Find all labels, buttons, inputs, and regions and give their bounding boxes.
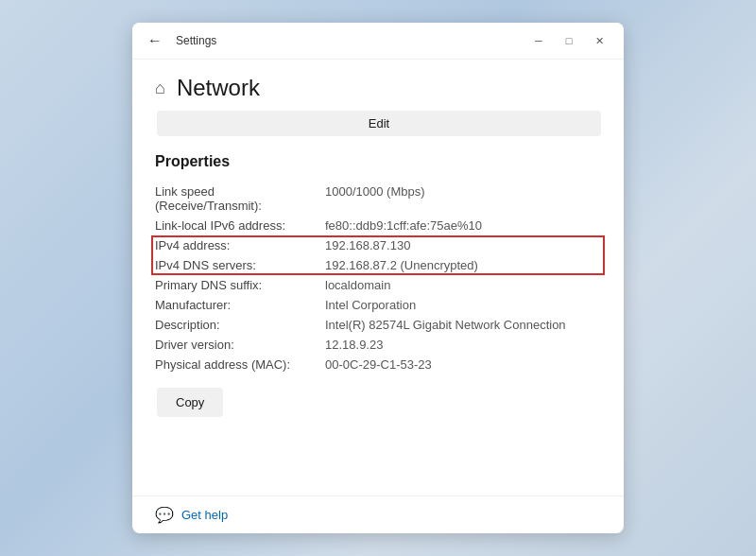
property-value: 192.168.87.130: [325, 235, 601, 255]
table-row: IPv4 address:192.168.87.130: [155, 235, 601, 255]
back-button[interactable]: ←: [144, 30, 166, 51]
property-label: Driver version:: [155, 335, 325, 355]
properties-table: Link speed (Receive/Transmit):1000/1000 …: [155, 182, 601, 374]
table-row: Link-local IPv6 address:fe80::ddb9:1cff:…: [155, 216, 601, 235]
property-label: Primary DNS suffix:: [155, 275, 325, 295]
copy-button[interactable]: Copy: [157, 388, 223, 417]
table-row: Physical address (MAC):00-0C-29-C1-53-23: [155, 355, 601, 374]
table-row: Description:Intel(R) 82574L Gigabit Netw…: [155, 315, 601, 335]
property-label: IPv4 DNS servers:: [155, 255, 325, 275]
get-help-link[interactable]: Get help: [181, 508, 228, 522]
table-row: Primary DNS suffix:localdomain: [155, 275, 601, 295]
page-title: Network: [177, 75, 260, 101]
property-value: 00-0C-29-C1-53-23: [325, 355, 601, 374]
table-row: Link speed (Receive/Transmit):1000/1000 …: [155, 182, 601, 216]
window-title: Settings: [176, 34, 216, 47]
table-row: IPv4 DNS servers:192.168.87.2 (Unencrypt…: [155, 255, 601, 275]
home-icon: ⌂: [155, 78, 165, 98]
table-row: Driver version:12.18.9.23: [155, 335, 601, 355]
page-header: ⌂ Network: [155, 75, 601, 101]
edit-button[interactable]: Edit: [157, 111, 601, 136]
properties-section: Properties Link speed (Receive/Transmit)…: [155, 153, 601, 417]
property-value: fe80::ddb9:1cff:afe:75ae%10: [325, 216, 601, 235]
property-value: Intel(R) 82574L Gigabit Network Connecti…: [325, 315, 601, 335]
property-value: Intel Corporation: [325, 295, 601, 315]
property-value: 1000/1000 (Mbps): [325, 182, 601, 216]
property-label: Link speed (Receive/Transmit):: [155, 182, 325, 216]
title-bar: ← Settings ─ □ ✕: [132, 23, 624, 60]
maximize-button[interactable]: □: [556, 31, 582, 50]
table-row: Manufacturer:Intel Corporation: [155, 295, 601, 315]
close-button[interactable]: ✕: [586, 31, 612, 50]
main-content: ⌂ Network Edit Properties Link speed (Re…: [132, 60, 624, 495]
help-icon: 💬: [155, 506, 174, 524]
property-label: Link-local IPv6 address:: [155, 216, 325, 235]
property-label: Description:: [155, 315, 325, 335]
title-bar-left: ← Settings: [144, 30, 216, 51]
property-label: IPv4 address:: [155, 235, 325, 255]
property-label: Manufacturer:: [155, 295, 325, 315]
property-value: localdomain: [325, 275, 601, 295]
section-title: Properties: [155, 153, 601, 170]
property-label: Physical address (MAC):: [155, 355, 325, 374]
minimize-button[interactable]: ─: [525, 31, 552, 50]
property-value: 12.18.9.23: [325, 335, 601, 355]
settings-window: ← Settings ─ □ ✕ ⌂ Network Edit Properti…: [132, 23, 624, 533]
footer: 💬 Get help: [132, 495, 624, 533]
property-value: 192.168.87.2 (Unencrypted): [325, 255, 601, 275]
title-bar-controls: ─ □ ✕: [525, 31, 612, 50]
